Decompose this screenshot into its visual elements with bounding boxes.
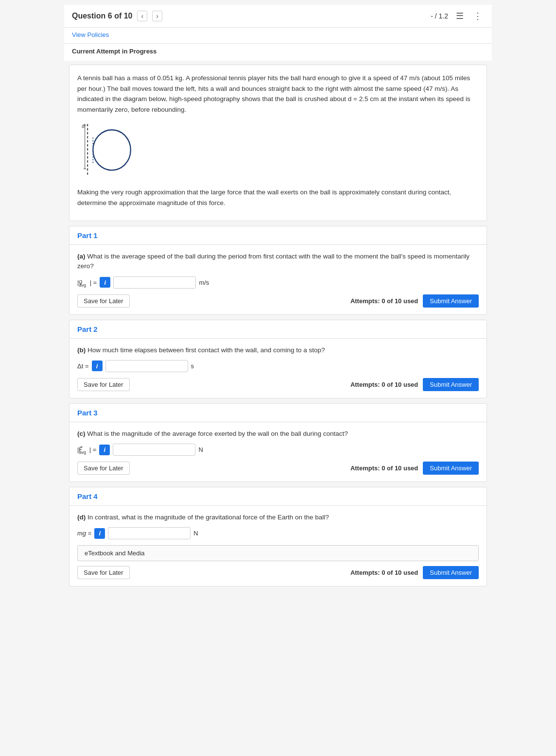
part-3-question-text: What is the magnitude of the average for… (87, 430, 348, 437)
part-1-letter: (a) (77, 253, 86, 260)
more-icon-button[interactable]: ⋮ (471, 10, 484, 22)
part-3-unit: N (198, 446, 203, 453)
part-4-math-label: mg = (77, 530, 91, 537)
part-3-info-button[interactable]: i (99, 445, 110, 455)
part-1-section: Part 1 (a) What is the average speed of … (69, 226, 487, 315)
etextbook-box: eTextbook and Media (77, 545, 479, 561)
part-2-save-button[interactable]: Save for Later (77, 378, 130, 391)
part-3-input-row: |F⃗avg​​ | = i N (77, 444, 479, 456)
part-3-question: (c) What is the magnitude of the average… (77, 429, 479, 439)
question-text: A tennis ball has a mass of 0.051 kg. A … (77, 73, 479, 115)
part-2-footer-right: Attempts: 0 of 10 used Submit Answer (350, 378, 479, 391)
part-3-letter: (c) (77, 430, 86, 437)
part-4-attempts: Attempts: 0 of 10 used (350, 569, 418, 576)
part-3-math-label: |F⃗avg​​ | = (77, 446, 96, 453)
part-1-answer-input[interactable] (113, 276, 196, 289)
part-2-attempts: Attempts: 0 of 10 used (350, 381, 418, 388)
part-4-answer-input[interactable] (108, 527, 191, 539)
part-2-question: (b) How much time elapses between first … (77, 345, 479, 355)
part-2-info-button[interactable]: i (92, 361, 103, 371)
part-4-header: Part 4 (70, 487, 486, 506)
ball-diagram-svg: d (77, 120, 136, 178)
part-1-submit-button[interactable]: Submit Answer (423, 294, 479, 308)
part-1-question: (a) What is the average speed of the bal… (77, 252, 479, 272)
part-2-math-label: Δt = (77, 362, 89, 370)
part-1-math-label: |v⃗avg​​ | = (77, 279, 97, 286)
part-2-body: (b) How much time elapses between first … (70, 339, 486, 398)
part-4-body: (d) In contrast, what is the magnitude o… (70, 506, 486, 586)
question-text-2: Making the very rough approximation that… (77, 187, 479, 208)
part-3-header: Part 3 (70, 404, 486, 422)
part-2-unit: s (191, 362, 194, 370)
part-1-question-text: What is the average speed of the ball du… (77, 253, 469, 270)
part-4-submit-button[interactable]: Submit Answer (423, 566, 479, 579)
part-2-header: Part 2 (70, 320, 486, 339)
part-2-answer-input[interactable] (105, 360, 188, 372)
svg-text:d: d (82, 123, 85, 129)
part-4-unit: N (193, 530, 198, 537)
part-4-footer: Save for Later Attempts: 0 of 10 used Su… (77, 566, 479, 579)
part-4-question: (d) In contrast, what is the magnitude o… (77, 513, 479, 522)
part-3-answer-input[interactable] (113, 444, 195, 456)
view-policies-bar: View Policies (64, 28, 492, 44)
part-1-footer-right: Attempts: 0 of 10 used Submit Answer (350, 294, 479, 308)
part-1-header: Part 1 (70, 226, 486, 245)
part-1-info-button[interactable]: i (100, 277, 110, 288)
part-4-question-text: In contrast, what is the magnitude of th… (87, 514, 329, 521)
part-4-input-row: mg = i N (77, 527, 479, 539)
top-bar: Question 6 of 10 ‹ › - / 1.2 ☰ ⋮ (64, 5, 492, 28)
question-label: Question 6 of 10 (72, 12, 132, 20)
part-1-unit: m/s (199, 279, 209, 286)
part-2-footer: Save for Later Attempts: 0 of 10 used Su… (77, 378, 479, 391)
next-arrow-button[interactable]: › (152, 11, 162, 21)
part-4-save-button[interactable]: Save for Later (77, 566, 130, 579)
view-policies-link[interactable]: View Policies (72, 31, 109, 38)
part-3-footer: Save for Later Attempts: 0 of 10 used Su… (77, 462, 479, 475)
svg-point-5 (93, 130, 131, 171)
part-3-attempts: Attempts: 0 of 10 used (350, 464, 418, 472)
part-2-input-row: Δt = i s (77, 360, 479, 372)
part-1-footer: Save for Later Attempts: 0 of 10 used Su… (77, 294, 479, 308)
part-2-section: Part 2 (b) How much time elapses between… (69, 320, 487, 398)
part-2-question-text: How much time elapses between first cont… (87, 346, 325, 354)
part-3-footer-right: Attempts: 0 of 10 used Submit Answer (350, 462, 479, 475)
part-3-save-button[interactable]: Save for Later (77, 462, 130, 475)
part-4-footer-right: Attempts: 0 of 10 used Submit Answer (350, 566, 479, 579)
part-1-attempts: Attempts: 0 of 10 used (350, 297, 418, 305)
part-1-body: (a) What is the average speed of the bal… (70, 245, 486, 314)
list-icon-button[interactable]: ☰ (454, 10, 466, 22)
question-box: A tennis ball has a mass of 0.051 kg. A … (69, 65, 487, 221)
part-1-input-row: |v⃗avg​​ | = i m/s (77, 276, 479, 289)
part-3-section: Part 3 (c) What is the magnitude of the … (69, 403, 487, 482)
part-3-body: (c) What is the magnitude of the average… (70, 422, 486, 481)
part-1-save-button[interactable]: Save for Later (77, 294, 130, 308)
part-2-letter: (b) (77, 346, 86, 354)
part-2-submit-button[interactable]: Submit Answer (423, 378, 479, 391)
part-3-submit-button[interactable]: Submit Answer (423, 462, 479, 475)
part-4-letter: (d) (77, 514, 86, 521)
part-4-info-button[interactable]: i (94, 528, 105, 539)
top-bar-right: - / 1.2 ☰ ⋮ (431, 10, 484, 22)
part-4-section: Part 4 (d) In contrast, what is the magn… (69, 487, 487, 586)
diagram-area: d (77, 120, 479, 181)
top-bar-left: Question 6 of 10 ‹ › (72, 11, 162, 21)
attempt-notice: Current Attempt in Progress (64, 44, 492, 61)
prev-arrow-button[interactable]: ‹ (137, 11, 147, 21)
score-label: - / 1.2 (431, 12, 448, 20)
